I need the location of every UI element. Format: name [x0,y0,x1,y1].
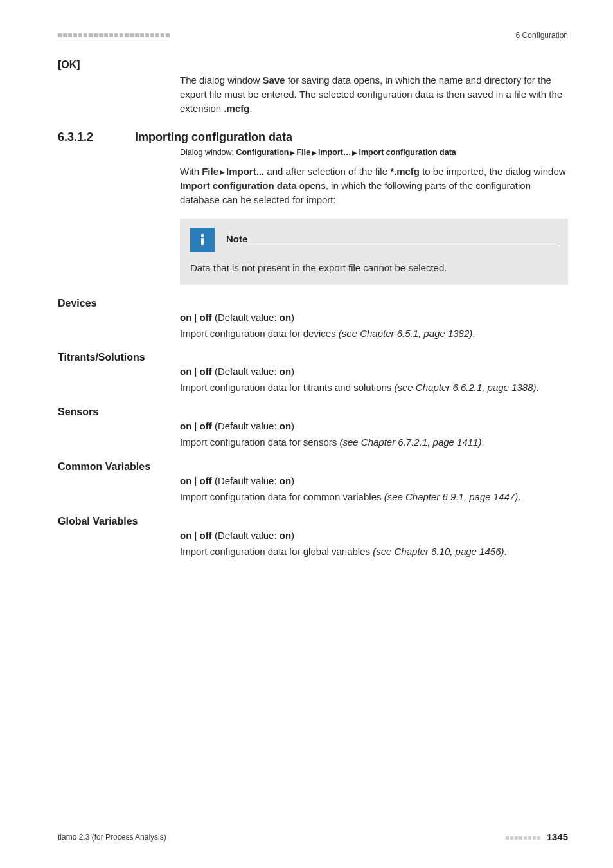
devices-post: . [472,328,475,339]
dialog-b3: Import… [318,148,351,157]
common-label: Common Variables [58,461,568,473]
para-mid2: to be imported, the dialog window [420,166,566,177]
section-heading: 6.3.1.2 Importing configuration data [58,131,568,144]
off: off [200,312,212,323]
dialog-prefix: Dialog window: [180,148,236,157]
off: off [200,420,212,431]
global-pre: Import configuration data for global var… [180,546,373,557]
default-on: on [280,530,291,541]
triangle-icon: ▶ [351,149,359,156]
pipe: | [191,530,199,541]
sensors-label: Sensors [58,406,568,418]
global-ref: (see Chapter 6.10, page 1456) [373,546,504,557]
ok-description: The dialog window Save for saving data o… [180,73,568,115]
titrants-onoff: on | off (Default value: on) [180,366,568,377]
common-pre: Import configuration data for common var… [180,491,384,502]
sensors-desc: Import configuration data for sensors (s… [180,435,568,449]
ok-save-bold: Save [262,75,285,86]
common-post: . [518,491,520,502]
sensors-post: . [481,437,484,448]
dialog-b4: Import configuration data [359,148,456,157]
titrants-desc: Import configuration data for titrants a… [180,381,568,395]
section-paragraph: With File▶Import... and after selection … [180,165,568,206]
svg-point-0 [201,233,204,236]
on: on [180,530,191,541]
ok-text-3: . [249,103,252,114]
common-desc: Import configuration data for common var… [180,490,568,504]
devices-desc: Import configuration data for devices (s… [180,327,568,341]
note-title: Note [226,233,558,244]
global-label: Global Variables [58,516,568,527]
common-block: on | off (Default value: on) Import conf… [180,475,568,504]
sensors-ref: (see Chapter 6.7.2.1, page 1411) [339,437,481,448]
off: off [200,366,212,377]
close: ) [291,312,294,323]
dialog-b2: File [296,148,310,157]
section-number: 6.3.1.2 [58,131,135,144]
page-footer: tiamo 2.3 (for Process Analysis) 1345 [58,831,568,842]
para-import: Import... [226,166,264,177]
common-onoff: on | off (Default value: on) [180,475,568,486]
para-icd: Import configuration data [180,180,297,191]
dialog-window-path: Dialog window: Configuration▶File▶Import… [180,148,568,157]
devices-block: on | off (Default value: on) Import conf… [180,312,568,341]
titrants-label: Titrants/Solutions [58,352,568,363]
global-onoff: on | off (Default value: on) [180,530,568,541]
para-mid1: and after selection of the file [264,166,390,177]
on: on [180,312,191,323]
sensors-onoff: on | off (Default value: on) [180,420,568,431]
default-on: on [280,420,291,431]
close: ) [291,420,294,431]
devices-label: Devices [58,298,568,309]
section-title: Importing configuration data [135,131,292,144]
para-pre: With [180,166,202,177]
default-on: on [280,475,291,486]
ok-mcfg-bold: .mcfg [224,103,249,114]
close: ) [291,475,294,486]
ok-label: [OK] [58,59,568,71]
note-body: Data that is not present in the export f… [190,262,558,273]
close: ) [291,530,294,541]
global-block: on | off (Default value: on) Import conf… [180,530,568,559]
sensors-pre: Import configuration data for sensors [180,437,339,448]
devices-onoff: on | off (Default value: on) [180,312,568,323]
sensors-block: on | off (Default value: on) Import conf… [180,420,568,449]
svg-rect-1 [201,238,204,245]
note-box: Note Data that is not present in the exp… [180,219,568,285]
footer-left: tiamo 2.3 (for Process Analysis) [58,833,166,842]
devices-pre: Import configuration data for devices [180,328,339,339]
pipe: | [191,312,199,323]
titrants-post: . [537,382,539,393]
on: on [180,366,191,377]
triangle-icon: ▶ [310,149,318,156]
titrants-block: on | off (Default value: on) Import conf… [180,366,568,395]
triangle-icon: ▶ [289,149,296,156]
triangle-icon: ▶ [218,168,226,176]
default-label: (Default value: [212,312,280,323]
off: off [200,475,212,486]
pipe: | [191,420,199,431]
global-desc: Import configuration data for global var… [180,545,568,559]
close: ) [291,366,294,377]
footer-page-number: 1345 [547,831,568,842]
global-post: . [504,546,506,557]
pipe: | [191,475,199,486]
on: on [180,420,191,431]
header-chapter-label: 6 Configuration [516,31,568,40]
para-file: File [202,166,218,177]
default-label: (Default value: [212,366,280,377]
devices-ref: (see Chapter 6.5.1, page 1382) [339,328,472,339]
default-label: (Default value: [212,475,280,486]
note-underline [226,246,558,246]
ok-text-1: The dialog window [180,75,262,86]
para-mcfg: *.mcfg [390,166,420,177]
page-header: 6 Configuration [58,31,568,40]
default-on: on [280,366,291,377]
default-label: (Default value: [212,420,280,431]
pipe: | [191,366,199,377]
common-ref: (see Chapter 6.9.1, page 1447) [384,491,518,502]
header-dots-decor [58,33,170,37]
default-label: (Default value: [212,530,280,541]
titrants-pre: Import configuration data for titrants a… [180,382,395,393]
off: off [200,530,212,541]
